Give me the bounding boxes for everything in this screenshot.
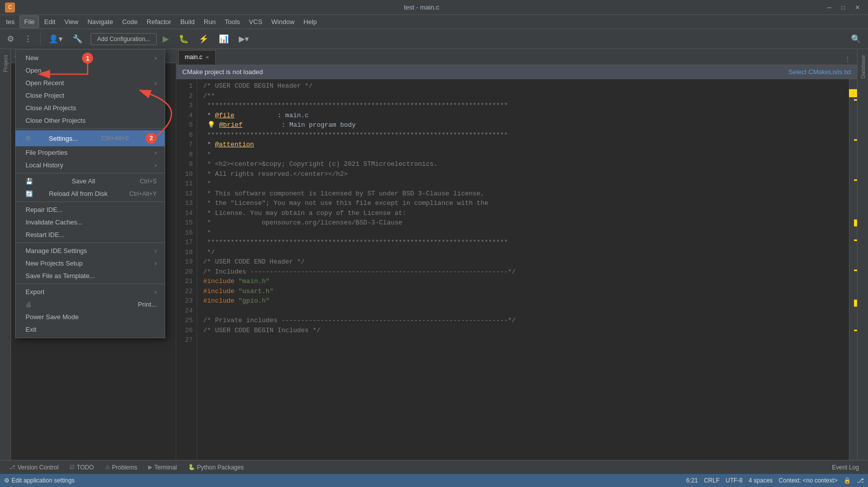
menu-settings[interactable]: ⚙ Settings... Ctrl+Alt+S 2 [16, 130, 165, 146]
tab-label: main.c [185, 54, 202, 61]
divider-3 [16, 201, 165, 202]
save-all-label: Save All [72, 177, 95, 185]
code-line-26: /* USER CODE BEGIN Includes */ [203, 326, 843, 336]
cmake-link[interactable]: Select CMakeLists.txt [788, 68, 851, 76]
toolbar-settings-btn[interactable]: ⚙ [3, 32, 18, 46]
menu-save-all[interactable]: 💾 Save All Ctrl+S [16, 175, 165, 187]
menu-close-project[interactable]: Close Project [16, 89, 165, 102]
menu-item-navigate[interactable]: Navigate [84, 16, 117, 28]
menu-item-refactor[interactable]: Refactor [143, 16, 175, 28]
new-projects-setup-label: New Projects Setup [26, 260, 83, 267]
menu-exit[interactable]: Exit [16, 323, 165, 336]
code-content[interactable]: /* USER CODE BEGIN Header */ /** *******… [197, 79, 849, 460]
menu-invalidate[interactable]: Invalidate Caches... [16, 216, 165, 228]
menu-item-tes[interactable]: tes [2, 16, 19, 28]
toolbar-debug-btn[interactable]: 🐛 [175, 32, 193, 46]
toolbar-run-btn[interactable]: ▶ [159, 32, 173, 46]
menu-file-props[interactable]: File Properties › [16, 146, 165, 159]
annotation-badge-2: 2 [146, 133, 157, 144]
code-line-11: * [203, 179, 843, 189]
edit-settings-label[interactable]: Edit application settings [12, 477, 75, 484]
menu-repair-ide[interactable]: Repair IDE... [16, 203, 165, 216]
menu-print[interactable]: 🖨 Print... [16, 298, 165, 311]
menu-local-history[interactable]: Local History › [16, 159, 165, 171]
settings-icon: ⚙ [26, 135, 31, 142]
editor-tab-mainc[interactable]: main.c ✕ [178, 50, 216, 65]
settings-shortcut: Ctrl+Alt+S [102, 135, 129, 142]
menu-new[interactable]: New › [16, 52, 165, 64]
menu-item-tools[interactable]: Tools [221, 16, 244, 28]
tab-event-log[interactable]: Event Log [827, 462, 864, 473]
menu-reload[interactable]: 🔄 Reload All from Disk Ctrl+Alt+Y [16, 187, 165, 200]
code-line-3: ****************************************… [203, 101, 843, 111]
database-sidebar-label[interactable]: Database [859, 51, 867, 83]
menu-restart-ide[interactable]: Restart IDE... [16, 228, 165, 241]
print-icon: 🖨 [26, 301, 32, 308]
tab-todo[interactable]: ☑ TODO [65, 462, 99, 473]
problems-icon: ⚠ [105, 464, 110, 470]
code-line-21: #include "main.h" [203, 277, 843, 287]
toolbar-coverage-btn[interactable]: 📊 [215, 32, 233, 46]
add-configuration-button[interactable]: Add Configuration... [91, 33, 157, 45]
menu-new-projects-setup[interactable]: New Projects Setup › [16, 257, 165, 270]
main-layout: Project New › Open... Open Recent › Clos… [0, 49, 868, 460]
close-all-label: Close All Projects [26, 104, 76, 112]
menu-item-run[interactable]: Run [200, 16, 220, 28]
indent[interactable]: 4 spaces [749, 477, 773, 484]
menu-export[interactable]: Export › [16, 286, 165, 298]
save-all-shortcut: Ctrl+S [140, 178, 157, 185]
tab-python-packages[interactable]: 🐍 Python Packages [183, 462, 249, 473]
code-line-22: #include "usart.h" [203, 287, 843, 297]
open-recent-label: Open Recent [26, 79, 64, 87]
encoding[interactable]: UTF-8 [726, 477, 743, 484]
menu-item-window[interactable]: Window [267, 16, 298, 28]
toolbar-run2-btn[interactable]: ⚡ [195, 32, 213, 46]
menu-open-recent[interactable]: Open Recent › [16, 77, 165, 89]
toolbar-search-btn[interactable]: 🔍 [847, 32, 865, 46]
git-icon: ⎇ [857, 477, 864, 484]
menu-save-file-template[interactable]: Save File as Template... [16, 270, 165, 282]
toolbar-filter-btn[interactable]: ⋮ [20, 32, 36, 46]
minimize-button[interactable]: ─ [824, 3, 834, 12]
code-view: 1 2 3 4 5 6 7 8 9 10 11 12 13 14 15 16 1… [176, 79, 857, 460]
menu-power-save[interactable]: Power Save Mode [16, 311, 165, 323]
code-line-9: * <h2><center>&copy; Copyright (c) 2021 … [203, 159, 843, 169]
restart-ide-label: Restart IDE... [26, 231, 65, 238]
menu-item-code[interactable]: Code [118, 16, 142, 28]
export-label: Export [26, 288, 45, 296]
close-button[interactable]: ✕ [852, 3, 863, 12]
tab-bar: main.c ✕ ⋮ [176, 49, 857, 65]
menu-item-file[interactable]: File [20, 16, 39, 28]
cmake-banner-text: CMake project is not loaded [182, 68, 263, 76]
line-endings[interactable]: CRLF [704, 477, 719, 484]
context: Context: <no context> [779, 477, 837, 484]
tab-terminal[interactable]: ▶ Terminal [143, 462, 182, 473]
code-line-1: /* USER CODE BEGIN Header */ [203, 81, 843, 91]
menu-manage-ide-settings[interactable]: Manage IDE Settings › [16, 245, 165, 257]
toolbar-breadcrumb-btn[interactable]: 🔧 [69, 32, 87, 46]
toolbar: ⚙ ⋮ 👤▾ 🔧 Add Configuration... ▶ 🐛 ⚡ 📊 ▶▾… [0, 29, 868, 49]
menu-open[interactable]: Open... [16, 64, 165, 77]
status-bar: ⚙ Edit application settings 6:21 CRLF UT… [0, 474, 868, 487]
invalidate-label: Invalidate Caches... [26, 218, 83, 226]
exit-label: Exit [26, 326, 37, 333]
tab-version-control[interactable]: ⎇ Version Control [4, 462, 64, 473]
menu-close-other[interactable]: Close Other Projects [16, 114, 165, 127]
menu-item-view[interactable]: View [61, 16, 83, 28]
toolbar-profile2-btn[interactable]: ▶▾ [235, 32, 253, 46]
project-sidebar-label[interactable]: Project [2, 51, 10, 76]
file-menu-dropdown: New › Open... Open Recent › Close Projec… [15, 49, 165, 338]
menu-close-all[interactable]: Close All Projects [16, 102, 165, 114]
tab-close-icon[interactable]: ✕ [205, 55, 209, 60]
menu-item-vcs[interactable]: VCS [245, 16, 266, 28]
toolbar-profile-btn[interactable]: 👤▾ [45, 32, 67, 46]
tab-problems[interactable]: ⚠ Problems [100, 462, 143, 473]
save-icon: 💾 [26, 178, 33, 185]
menu-item-help[interactable]: Help [299, 16, 321, 28]
menu-item-edit[interactable]: Edit [40, 16, 59, 28]
editor-options-btn[interactable]: ⋮ [840, 53, 855, 65]
maximize-button[interactable]: □ [838, 3, 848, 12]
reload-icon: 🔄 [26, 190, 33, 197]
version-control-icon: ⎇ [9, 464, 16, 470]
menu-item-build[interactable]: Build [176, 16, 199, 28]
